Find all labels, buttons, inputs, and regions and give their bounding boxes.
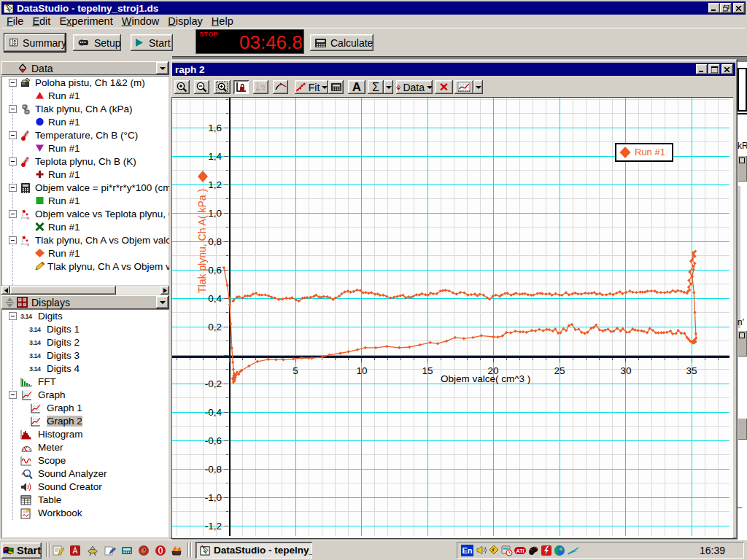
- svg-text:1,0: 1,0: [208, 208, 222, 219]
- svg-text:-1,0: -1,0: [205, 492, 222, 503]
- svg-text:x: x: [27, 216, 29, 220]
- svg-text:-0,6: -0,6: [205, 435, 222, 446]
- svg-text:3.14: 3.14: [20, 313, 32, 320]
- svg-text:x: x: [27, 242, 29, 246]
- svg-text:-0,4: -0,4: [205, 407, 222, 418]
- svg-text:0,6: 0,6: [208, 265, 222, 276]
- svg-text:-1,2: -1,2: [205, 521, 222, 532]
- svg-text:0,4: 0,4: [208, 293, 222, 304]
- svg-text:xy: xy: [260, 83, 266, 89]
- svg-text:-0,2: -0,2: [205, 378, 222, 389]
- svg-text:0,8: 0,8: [208, 236, 222, 247]
- svg-text:ATI: ATI: [516, 548, 525, 553]
- svg-text:0,2: 0,2: [208, 322, 222, 332]
- svg-text:1,4: 1,4: [208, 151, 222, 162]
- svg-text:3.14: 3.14: [29, 365, 41, 373]
- svg-text:3.14: 3.14: [29, 326, 41, 333]
- svg-text:Run #1: Run #1: [635, 147, 665, 158]
- svg-text:35: 35: [686, 365, 697, 376]
- svg-text:Tlak plynu, Ch A( kPa ): Tlak plynu, Ch A( kPa ): [196, 189, 208, 293]
- svg-text:10: 10: [356, 365, 367, 376]
- svg-text:5: 5: [293, 365, 298, 376]
- svg-text:25: 25: [554, 365, 565, 376]
- svg-text:1,6: 1,6: [208, 122, 222, 133]
- svg-text:30: 30: [620, 365, 631, 376]
- svg-text:15: 15: [422, 365, 433, 376]
- svg-text:3.14: 3.14: [29, 352, 41, 359]
- svg-text:1,2: 1,2: [208, 179, 222, 190]
- svg-text:-0,8: -0,8: [205, 464, 222, 475]
- svg-text:3.14: 3.14: [29, 339, 41, 346]
- svg-text:Objem valce( cm^3 ): Objem valce( cm^3 ): [441, 373, 530, 384]
